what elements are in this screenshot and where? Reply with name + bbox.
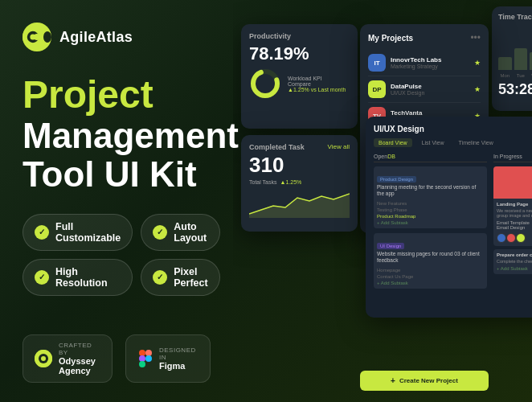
headline: Project Management Tool UI Kit (23, 74, 211, 195)
kanban-task-0: Product Design Planning meeting for the … (374, 166, 487, 228)
svg-rect-9 (139, 361, 145, 367)
tracker-bar-chart (498, 26, 532, 70)
task-text-1: Website missing pages for round 03 of cl… (377, 251, 484, 265)
logo-svg (23, 23, 43, 51)
project-name-1: DataPulse (391, 83, 469, 90)
projects-header: My Projects ••• (368, 32, 481, 43)
kanban-inprogress-column: In Progress THE Landing Page We received… (493, 154, 532, 314)
designed-in-badge: Designed In Figma (125, 334, 211, 383)
project-avatar-1: DP (368, 80, 386, 98)
bar-0 (498, 57, 512, 71)
feature-label-0: Full Customizable (55, 221, 121, 244)
crafted-by-text: Crafted By Odyssey Agency (59, 342, 100, 375)
feature-label-1: Auto Layout (174, 221, 207, 244)
svg-point-2 (30, 34, 35, 39)
time-tracker-card: Time Tracker Mon Tue Wed Thu Fri Sat (492, 6, 532, 111)
right-panel: Productivity 78.19% Workload KPI Compare… (233, 0, 532, 402)
completed-view-all[interactable]: View all (328, 143, 350, 150)
headline-line1: Project (23, 74, 211, 117)
crafted-by-badge: Crafted By Odyssey Agency (23, 334, 113, 383)
svg-rect-7 (145, 350, 152, 356)
create-project-label: Create New Project (399, 377, 458, 384)
add-subtask-link-3[interactable]: + Add Subtask (497, 266, 532, 271)
completed-change: ▲1.25% (280, 179, 302, 185)
day-1: Tue (514, 73, 528, 78)
productivity-donut-chart (249, 68, 281, 100)
projects-menu-icon: ••• (470, 32, 481, 43)
completed-number: 310 (249, 153, 350, 178)
crafted-by-name: Odyssey Agency (59, 356, 100, 375)
check-icon-1 (153, 225, 167, 240)
project-star-1: ★ (474, 85, 481, 93)
headline-line2: Management (23, 117, 211, 155)
open-column-title: OpenDB (374, 154, 487, 162)
designed-in-label: Designed In (159, 347, 198, 361)
crafted-by-label: Crafted By (59, 342, 100, 356)
productivity-compare: Compare (288, 81, 346, 87)
day-0: Mon (498, 73, 512, 78)
task-text-0: Planning meeting for the second version … (377, 184, 484, 198)
task-tag-0: Product Design (377, 176, 416, 183)
svg-rect-6 (139, 350, 145, 356)
project-avatar-0: IT (368, 54, 386, 72)
odyssey-icon (35, 350, 52, 367)
mini-line-chart (249, 190, 350, 218)
figma-icon (137, 350, 153, 367)
timeline-view-tab[interactable]: Timeline View (454, 138, 498, 147)
productivity-card: Productivity 78.19% Workload KPI Compare… (241, 24, 358, 129)
board-view-tab[interactable]: Board View (374, 138, 412, 147)
inprogress-column-title: In Progress (493, 154, 532, 162)
designed-in-text: Designed In Figma (159, 347, 198, 371)
productivity-change: ▲1.25% vs Last month (288, 87, 346, 92)
inprogress-task-0: THE Landing Page We received a new feedb… (493, 166, 532, 246)
ui-screenshots: Productivity 78.19% Workload KPI Compare… (233, 0, 532, 402)
project-sub-1: UI/UX Design (391, 90, 469, 96)
completed-title: Completed Task (249, 143, 305, 151)
project-sub-0: Marketing Strategy (391, 64, 469, 69)
kanban-detail-card: UI/UX Design ⚙ + Board View List View Ti… (366, 117, 532, 318)
tracker-days: Mon Tue Wed Thu Fri Sat Sun (498, 73, 532, 78)
svg-marker-13 (249, 194, 350, 218)
kanban-views: Board View List View Timeline View (374, 138, 532, 147)
check-icon-0 (35, 225, 49, 240)
productivity-donut-row: Workload KPI Compare ▲1.25% vs Last mont… (249, 68, 350, 100)
svg-rect-8 (139, 355, 145, 362)
productivity-label: Workload KPI (288, 76, 346, 81)
logo-icon (23, 23, 51, 51)
inprogress-task-title: Landing Page (497, 202, 532, 207)
add-subtask-link[interactable]: + Add Subtask (377, 220, 484, 225)
brand-name: AgileAtlas (59, 29, 133, 46)
feature-label-3: Pixel Perfect (174, 266, 207, 289)
inprogress-avatars (497, 233, 526, 243)
kanban-columns: OpenDB Product Design Planning meeting f… (374, 154, 532, 314)
productivity-title: Productivity (249, 32, 350, 40)
completed-sub-label: Total Tasks (249, 179, 277, 185)
features-grid: Full Customizable Auto Layout High Resol… (23, 214, 211, 296)
headline-line3a: Tool UI Kit (23, 154, 197, 194)
productivity-percent: 78.19% (249, 43, 350, 64)
logo: AgileAtlas (23, 23, 211, 51)
tracker-time: 53:28 (498, 81, 532, 98)
feature-badge-0: Full Customizable (23, 214, 133, 251)
project-item-1: DP DataPulse UI/UX Design ★ (368, 76, 481, 103)
create-project-button[interactable]: + Create New Project (360, 371, 489, 391)
check-icon-3 (153, 270, 167, 285)
main-container: AgileAtlas Project Management Tool UI Ki… (0, 0, 532, 402)
tracker-title: Time Tracker (498, 13, 532, 21)
list-view-tab[interactable]: List View (417, 138, 449, 147)
task-tag-1: UI Design (377, 243, 404, 249)
feature-badge-2: High Resolution (23, 259, 133, 296)
completed-tasks-card: Completed Task View all 310 Total Tasks … (241, 135, 358, 232)
project-star-0: ★ (474, 59, 481, 67)
projects-title: My Projects (368, 34, 413, 43)
bar-1 (514, 48, 528, 71)
svg-point-10 (145, 355, 152, 362)
add-subtask-link-2[interactable]: + Add Subtask (377, 281, 484, 285)
kanban-task-1: UI Design Website missing pages for roun… (374, 233, 487, 289)
designed-in-name: Figma (159, 361, 198, 371)
feature-badge-3: Pixel Perfect (141, 259, 219, 296)
feature-label-2: High Resolution (55, 266, 121, 289)
svg-point-5 (41, 356, 46, 361)
inprogress-task-1: Prepare order checkout Complete the chec… (493, 249, 532, 274)
plus-icon: + (391, 376, 395, 385)
